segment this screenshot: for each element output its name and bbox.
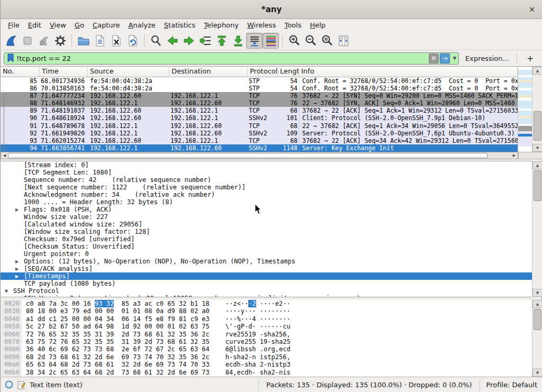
column-header-time[interactable]: Time xyxy=(40,67,88,77)
packet-row[interactable]: 8771.647777234192.168.122.60192.168.122.… xyxy=(1,92,518,99)
zoom-out-button[interactable] xyxy=(302,33,319,49)
hex-row[interactable]: 009068 2d 73 68 61 32 2d 6e 69 73 74 70 … xyxy=(1,353,532,361)
packet-row[interactable]: 9171.648789678192.168.122.1192.168.122.6… xyxy=(1,122,518,130)
menu-item-wireless[interactable]: Wireless xyxy=(243,20,280,30)
menu-item-file[interactable]: File xyxy=(4,20,24,30)
menu-item-edit[interactable]: Edit xyxy=(24,20,46,30)
scroll-down-arrow[interactable]: ▼ xyxy=(532,369,542,377)
collapse-arrow-icon[interactable]: ▼ xyxy=(5,288,13,295)
restart-capture-button[interactable] xyxy=(35,33,52,49)
go-to-packet-button[interactable] xyxy=(197,33,213,49)
detail-line[interactable]: TCP payload (1080 bytes) xyxy=(1,280,532,287)
go-first-packet-button[interactable] xyxy=(213,33,230,49)
detail-line[interactable]: ▶[Timestamps] xyxy=(1,272,532,280)
filter-apply-button[interactable]: → xyxy=(440,53,450,63)
column-header-length[interactable]: Length xyxy=(278,67,299,77)
menu-item-help[interactable]: Help xyxy=(305,20,330,30)
packet-row[interactable]: 8568.001734936fe:54:00:d4:38:2aSTP54Conf… xyxy=(1,77,518,85)
detail-line[interactable]: ▶Flags: 0x018 (PSH, ACK) xyxy=(1,206,532,213)
column-header-info[interactable]: Info xyxy=(299,67,518,77)
resize-columns-button[interactable] xyxy=(335,33,351,49)
detail-line[interactable]: [Checksum Status: Unverified] xyxy=(1,243,532,250)
save-file-button[interactable] xyxy=(92,33,108,49)
menu-item-view[interactable]: View xyxy=(46,20,70,30)
menu-item-analyze[interactable]: Analyze xyxy=(124,20,160,30)
column-header-source[interactable]: Source xyxy=(88,67,169,77)
scroll-down-arrow[interactable]: ▼ xyxy=(532,144,542,152)
hex-row[interactable]: 007063 75 72 76 65 32 35 35 31 39 2d 73 … xyxy=(1,338,532,345)
capture-options-button[interactable] xyxy=(52,33,68,49)
detail-line[interactable]: [Window size scaling factor: 128] xyxy=(1,228,532,235)
hex-row[interactable]: 00b038 34 2c 65 63 64 68 2d 73 68 61 32 … xyxy=(1,369,532,376)
expand-arrow-icon[interactable]: ▶ xyxy=(15,273,24,280)
close-window-button[interactable]: ✕ xyxy=(527,4,537,15)
packet-list-minimap[interactable] xyxy=(518,67,532,152)
column-header-no[interactable]: No. xyxy=(1,67,40,77)
hex-row[interactable]: 008036 40 6c 69 62 73 73 68 2e 6f 72 67 … xyxy=(1,345,532,353)
packet-row[interactable]: 9071.648618924192.168.122.60192.168.122.… xyxy=(1,114,518,122)
detail-line[interactable]: Sequence number: 42 (relative sequence n… xyxy=(1,176,532,184)
menu-item-capture[interactable]: Capture xyxy=(88,20,124,30)
bookmark-icon[interactable] xyxy=(7,53,14,63)
hex-row[interactable]: 0040a1 dd c1 25 00 00 04 34 06 14 f5 e8 … xyxy=(1,315,532,323)
zoom-in-button[interactable] xyxy=(286,33,302,49)
detail-line[interactable]: Window size value: 227 xyxy=(1,213,532,221)
scroll-thumb[interactable] xyxy=(534,170,541,201)
packet-row[interactable]: 9371.662015274192.168.122.60192.168.122.… xyxy=(1,137,518,144)
details-scrollbar[interactable]: ▲ ▼ xyxy=(532,161,542,297)
detail-line[interactable]: ▶Options: (12 bytes), No-Operation (NOP)… xyxy=(1,258,532,265)
menu-item-statistics[interactable]: Statistics xyxy=(160,20,200,30)
detail-line[interactable]: [TCP Segment Len: 1080] xyxy=(1,169,532,176)
detail-line[interactable]: ▶[SEQ/ACK analysis] xyxy=(1,265,532,272)
hex-scrollbar[interactable]: ▲ ▼ xyxy=(532,300,542,377)
hex-row[interactable]: 0020c0 a8 7a 3c 00 16 93 32 85 a3 ac c0 … xyxy=(1,300,532,307)
detail-line[interactable]: [Calculated window size: 29056] xyxy=(1,221,532,228)
column-header-protocol[interactable]: Protocol xyxy=(248,67,278,77)
detail-line[interactable]: 1000 .... = Header Length: 32 bytes (8) xyxy=(1,198,532,206)
zoom-reset-button[interactable] xyxy=(319,33,335,49)
add-filter-button[interactable]: + xyxy=(522,53,538,63)
expert-info-icon[interactable] xyxy=(5,380,13,389)
expand-arrow-icon[interactable]: ▶ xyxy=(15,258,24,266)
column-header-destination[interactable]: Destination xyxy=(169,67,248,77)
scroll-thumb[interactable] xyxy=(534,111,541,141)
auto-scroll-toggle[interactable] xyxy=(246,33,263,49)
detail-line[interactable]: [Stream index: 0] xyxy=(1,161,532,169)
detail-line[interactable]: Acknowledgment number: 34 (relative ack … xyxy=(1,191,532,198)
hex-row[interactable]: 00505c 27 b2 67 50 ad 64 98 1d 92 00 00 … xyxy=(1,323,532,330)
expand-arrow-icon[interactable]: ▶ xyxy=(15,206,24,214)
expand-arrow-icon[interactable]: ▶ xyxy=(15,266,24,273)
hscroll-thumb[interactable] xyxy=(8,153,487,158)
find-packet-button[interactable] xyxy=(148,33,164,49)
capture-comment-icon[interactable] xyxy=(17,380,25,389)
menu-item-go[interactable]: Go xyxy=(70,20,88,30)
start-capture-button[interactable] xyxy=(3,33,19,49)
hex-row[interactable]: 00a065 63 64 68 2d 73 68 61 32 2d 6e 69 … xyxy=(1,361,532,368)
scroll-thumb[interactable] xyxy=(534,309,541,330)
hex-row[interactable]: 006072 76 65 32 35 35 31 39 2d 73 68 61 … xyxy=(1,331,532,338)
detail-line[interactable]: Checksum: 0x79ed [unverified] xyxy=(1,235,532,243)
menu-item-telephony[interactable]: Telephony xyxy=(200,20,243,30)
stop-capture-button[interactable] xyxy=(19,33,35,49)
open-file-button[interactable] xyxy=(75,33,92,49)
scroll-up-arrow[interactable]: ▲ xyxy=(532,161,542,169)
colorize-toggle[interactable] xyxy=(263,33,279,49)
status-profile[interactable]: Profile: Default xyxy=(480,379,542,391)
display-filter-field[interactable]: ✕ → ▼ xyxy=(4,52,459,65)
packet-row[interactable]: 9271.661949820192.168.122.1192.168.122.6… xyxy=(1,130,518,137)
close-file-button[interactable] xyxy=(108,33,124,49)
scroll-up-arrow[interactable]: ▲ xyxy=(532,67,542,75)
go-forward-button[interactable] xyxy=(180,33,197,49)
go-back-button[interactable] xyxy=(164,33,180,49)
packet-row[interactable]: 8971.648191037192.168.122.60192.168.122.… xyxy=(1,107,518,114)
display-filter-input[interactable] xyxy=(16,53,429,63)
filter-clear-button[interactable]: ✕ xyxy=(429,53,439,63)
reload-file-button[interactable] xyxy=(124,33,141,49)
expression-button[interactable]: Expression... xyxy=(465,54,509,62)
detail-line[interactable]: Urgent pointer: 0 xyxy=(1,250,532,258)
scroll-up-arrow[interactable]: ▲ xyxy=(532,300,542,308)
packet-list-scrollbar[interactable]: ▲ ▼ xyxy=(532,67,542,152)
filter-history-dropdown[interactable]: ▼ xyxy=(451,53,458,63)
menu-item-tools[interactable]: Tools xyxy=(280,20,305,30)
go-last-packet-button[interactable] xyxy=(230,33,246,49)
